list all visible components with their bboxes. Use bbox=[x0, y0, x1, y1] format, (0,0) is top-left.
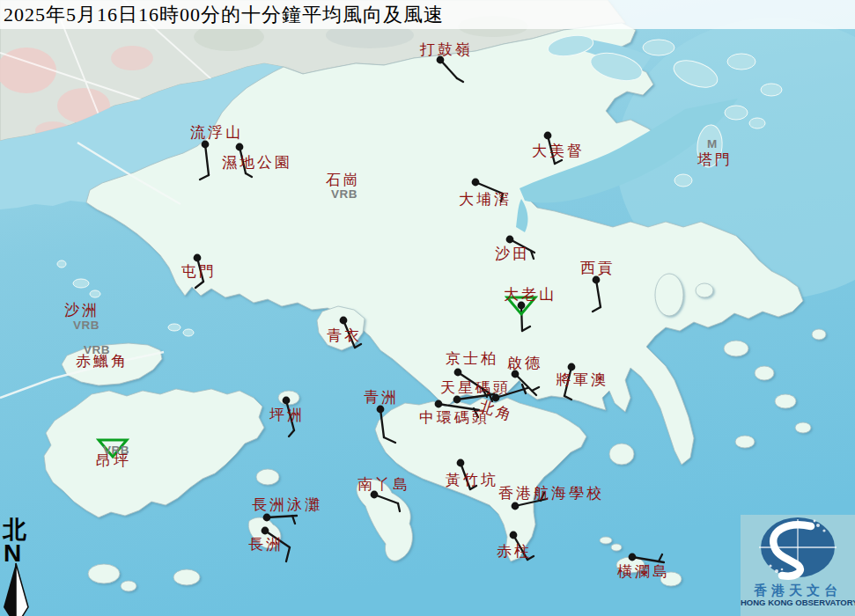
station-dot bbox=[236, 143, 244, 151]
station-dot bbox=[472, 179, 480, 187]
station-dot bbox=[453, 396, 461, 404]
station-dot bbox=[377, 406, 385, 414]
station-dot bbox=[435, 400, 443, 408]
station-label: 香港航海學校 bbox=[498, 485, 604, 502]
station-label: 流浮山 bbox=[190, 124, 243, 141]
maintenance-flag: M bbox=[707, 137, 718, 150]
hong-kong-wind-map: 打鼓嶺流浮山濕地公園VRB石崗大美督M塔門大埔滘沙田西貢大老山屯門VRB沙洲VR… bbox=[0, 0, 855, 616]
station-label: 青衣 bbox=[327, 327, 362, 344]
station-label: 沙田 bbox=[495, 246, 530, 262]
station-ngong-ping: VRB昂坪 bbox=[96, 440, 131, 469]
station-label: 黃竹坑 bbox=[446, 472, 498, 488]
station-label: 昂坪 bbox=[96, 452, 131, 469]
station-label: 長洲泳灘 bbox=[252, 496, 322, 513]
title-bar: 2025年5月16日16時00分的十分鐘平均風向及風速 bbox=[0, 0, 855, 29]
station-label: 啟德 bbox=[507, 355, 542, 371]
station-dot bbox=[512, 502, 520, 510]
station-label: 沙洲 bbox=[64, 302, 100, 319]
station-label: 大埔滘 bbox=[459, 191, 512, 208]
station-shek-kong: VRB石崗 bbox=[326, 172, 361, 201]
station-dot bbox=[544, 132, 552, 140]
station-label: 橫瀾島 bbox=[617, 563, 670, 580]
station-label: 天星碼頭 bbox=[440, 379, 511, 396]
station-label: 石崗 bbox=[326, 172, 361, 188]
station-dot bbox=[629, 554, 637, 561]
station-dot bbox=[593, 276, 601, 284]
hko-name-en: HONG KONG OBSERVATORY bbox=[741, 598, 855, 608]
station-label: 大美督 bbox=[532, 143, 585, 159]
vrb-text: VRB bbox=[331, 187, 357, 201]
station-dot bbox=[340, 317, 348, 325]
station-label: 將軍澳 bbox=[556, 371, 608, 388]
station-label: 赤鱲角 bbox=[76, 353, 129, 370]
vrb-text: VRB bbox=[73, 319, 100, 332]
station-dot bbox=[454, 369, 462, 377]
station-dot bbox=[194, 254, 202, 262]
station-label: 坪洲 bbox=[269, 407, 305, 423]
station-label: 西貢 bbox=[580, 260, 615, 276]
station-label: 塔門 bbox=[697, 151, 733, 168]
station-label: 赤柱 bbox=[497, 543, 532, 560]
station-label: 大老山 bbox=[504, 286, 556, 303]
station-label: 長洲 bbox=[248, 536, 284, 553]
wind-map-page: 打鼓嶺流浮山濕地公園VRB石崗大美督M塔門大埔滘沙田西貢大老山屯門VRB沙洲VR… bbox=[0, 0, 855, 616]
station-label: 濕地公園 bbox=[222, 154, 292, 171]
station-dot bbox=[202, 141, 210, 149]
map-title: 2025年5月16日16時00分的十分鐘平均風向及風速 bbox=[0, 2, 444, 28]
hko-logo: 香港天文台 HONG KONG OBSERVATORY bbox=[741, 515, 855, 616]
station-label: 屯門 bbox=[181, 263, 217, 280]
station-dot bbox=[506, 236, 514, 244]
north-label-n: N bbox=[4, 539, 21, 567]
hko-name-zh: 香港天文台 bbox=[741, 583, 855, 598]
station-dot bbox=[457, 459, 465, 467]
station-label: 南丫島 bbox=[357, 476, 410, 493]
station-label: 京士柏 bbox=[446, 350, 498, 367]
station-dot bbox=[283, 397, 291, 405]
station-dot bbox=[262, 527, 269, 535]
station-label: 青洲 bbox=[364, 389, 399, 406]
station-label: 打鼓嶺 bbox=[419, 41, 473, 58]
station-dot bbox=[510, 532, 518, 539]
station-dot bbox=[568, 363, 576, 371]
station-dot bbox=[263, 514, 271, 522]
hko-emblem bbox=[741, 515, 855, 580]
